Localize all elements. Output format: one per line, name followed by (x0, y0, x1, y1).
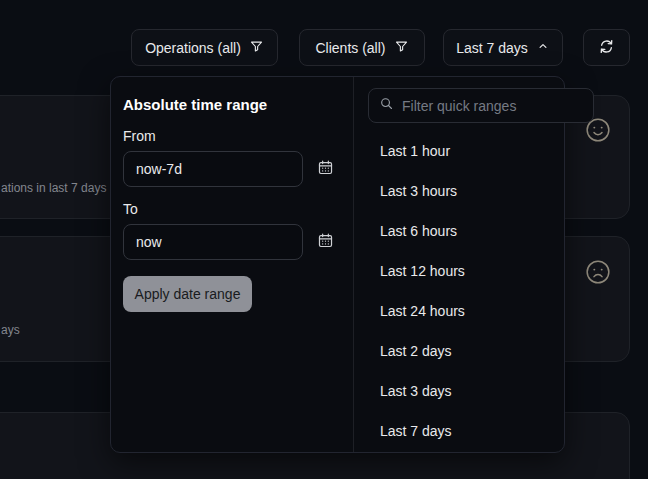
from-input-row (123, 151, 341, 187)
clients-filter-button[interactable]: Clients (all) (299, 29, 425, 66)
quick-ranges-filter-input[interactable] (402, 98, 583, 114)
operations-filter-button[interactable]: Operations (all) (131, 29, 278, 66)
absolute-time-range-title: Absolute time range (123, 96, 341, 114)
to-calendar-button[interactable] (316, 233, 334, 251)
calendar-icon (317, 232, 334, 252)
calendar-icon (317, 159, 334, 179)
clients-filter-label: Clients (all) (315, 40, 385, 56)
quick-range-option[interactable]: Last 12 hours (354, 251, 603, 291)
chevron-up-icon (536, 39, 550, 56)
time-picker-dropdown: Absolute time range From (110, 76, 565, 453)
operations-filter-label: Operations (all) (145, 40, 241, 56)
absolute-time-range-section: Absolute time range From (111, 77, 354, 452)
funnel-icon (394, 39, 409, 57)
quick-ranges-search-box[interactable] (368, 88, 594, 123)
from-input[interactable] (123, 151, 303, 187)
quick-range-option[interactable]: Last 3 days (354, 371, 603, 411)
quick-range-option[interactable]: Last 1 hour (354, 131, 603, 171)
refresh-button[interactable] (583, 29, 630, 66)
card-subtitle-partial: ations in last 7 days (1, 181, 106, 195)
quick-range-option[interactable]: Last 6 hours (354, 211, 603, 251)
apply-date-range-button[interactable]: Apply date range (123, 276, 252, 312)
quick-range-option[interactable]: Last 7 days (354, 411, 603, 451)
dashboard-page: ations in last 7 days ays Operations (al… (0, 0, 648, 479)
quick-range-option[interactable]: Last 24 hours (354, 291, 603, 331)
from-label: From (123, 128, 341, 145)
quick-ranges-list: Last 1 hour Last 3 hours Last 6 hours La… (354, 131, 603, 451)
to-input[interactable] (123, 224, 303, 260)
card-subtitle-partial: ays (1, 323, 20, 337)
refresh-icon (598, 38, 615, 58)
from-calendar-button[interactable] (316, 160, 334, 178)
search-icon (379, 96, 394, 115)
time-range-label: Last 7 days (456, 40, 528, 56)
to-label: To (123, 201, 341, 218)
quick-range-option[interactable]: Last 2 days (354, 331, 603, 371)
time-range-button[interactable]: Last 7 days (443, 29, 563, 66)
funnel-icon (249, 39, 264, 57)
to-input-row (123, 224, 341, 260)
quick-ranges-section: Last 1 hour Last 3 hours Last 6 hours La… (354, 77, 603, 452)
quick-range-option[interactable]: Last 3 hours (354, 171, 603, 211)
